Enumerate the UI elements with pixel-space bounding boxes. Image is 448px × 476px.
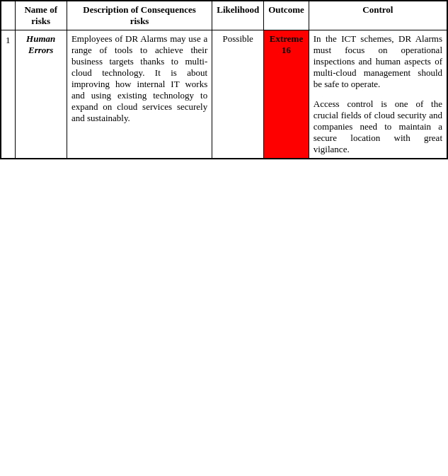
header-name: Name of risks	[15, 1, 67, 30]
risk-control: In the ICT schemes, DR Alarms must focus…	[309, 30, 447, 159]
header-num	[1, 1, 16, 30]
header-name-line2: risks	[31, 16, 50, 26]
control-paragraph: In the ICT schemes, DR Alarms must focus…	[314, 33, 442, 90]
table-row: 1Human ErrorsEmployees of DR Alarms may …	[1, 30, 447, 159]
risk-description: Employees of DR Alarms may use a range o…	[67, 30, 212, 159]
header-desc-line2: risks	[130, 16, 149, 26]
risk-name: Human Errors	[26, 33, 55, 55]
header-outcome: Outcome	[264, 1, 309, 30]
header-desc-line1: Description of Consequences	[83, 4, 196, 15]
header-likelihood: Likelihood	[212, 1, 264, 30]
header-desc: Description of Consequences risks	[67, 1, 212, 30]
risk-likelihood: Possible	[212, 30, 264, 159]
header-control: Control	[309, 1, 447, 30]
risk-name-cell: Human Errors	[15, 30, 67, 159]
row-number: 1	[1, 30, 16, 159]
header-row: Name of risks Description of Consequence…	[1, 1, 447, 30]
control-paragraph: Access control is one of the crucial fie…	[314, 98, 442, 155]
risk-table: Name of risks Description of Consequence…	[1, 1, 447, 159]
header-name-line1: Name of	[24, 4, 57, 15]
risk-table-wrapper: Name of risks Description of Consequence…	[0, 0, 448, 159]
risk-outcome: Extreme 16	[264, 30, 309, 159]
